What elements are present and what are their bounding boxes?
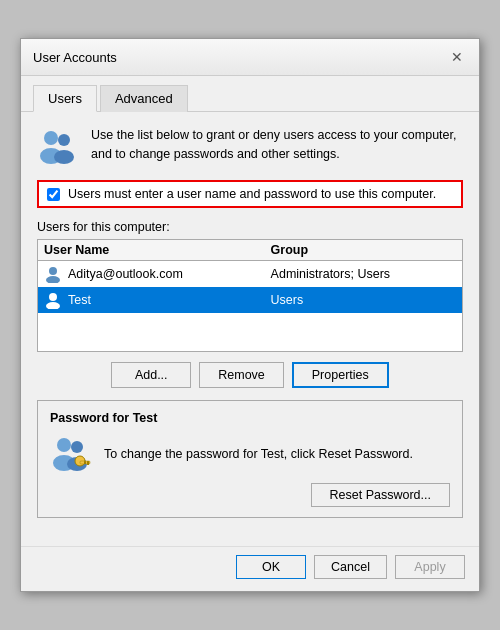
tab-advanced[interactable]: Advanced [100, 85, 188, 112]
table-body: Aditya@outlook.com Administrators; Users… [38, 261, 462, 351]
svg-point-7 [46, 302, 60, 309]
svg-point-8 [57, 438, 71, 452]
remove-button[interactable]: Remove [199, 362, 284, 388]
info-text: Use the list below to grant or deny user… [91, 126, 463, 164]
svg-point-6 [49, 293, 57, 301]
reset-password-button[interactable]: Reset Password... [311, 483, 450, 507]
user-name-1: Aditya@outlook.com [68, 267, 271, 281]
title-bar: User Accounts ✕ [21, 39, 479, 76]
user-row-icon [44, 265, 62, 283]
tab-bar: Users Advanced [21, 76, 479, 112]
must-login-label: Users must enter a user name and passwor… [68, 187, 436, 201]
info-section: Use the list below to grant or deny user… [37, 126, 463, 168]
password-section-title: Password for Test [50, 411, 450, 425]
svg-point-10 [71, 441, 83, 453]
user-group-2: Users [271, 293, 456, 307]
reset-btn-wrap: Reset Password... [50, 483, 450, 507]
svg-point-2 [58, 134, 70, 146]
users-icon [37, 126, 79, 168]
col-header-group: Group [271, 243, 456, 257]
user-row-icon-selected [44, 291, 62, 309]
must-login-checkbox[interactable] [47, 188, 60, 201]
table-row[interactable]: Test Users [38, 287, 462, 313]
dialog-content: Use the list below to grant or deny user… [21, 112, 479, 546]
password-inner: To change the password for Test, click R… [50, 433, 450, 475]
cancel-button[interactable]: Cancel [314, 555, 387, 579]
must-login-checkbox-section[interactable]: Users must enter a user name and passwor… [37, 180, 463, 208]
add-button[interactable]: Add... [111, 362, 191, 388]
users-section-label: Users for this computer: [37, 220, 463, 234]
dialog-footer: OK Cancel Apply [21, 546, 479, 591]
svg-point-4 [49, 267, 57, 275]
tab-users[interactable]: Users [33, 85, 97, 112]
window-title: User Accounts [33, 50, 117, 65]
close-button[interactable]: ✕ [447, 47, 467, 67]
table-header: User Name Group [38, 240, 462, 261]
password-section: Password for Test To change the password… [37, 400, 463, 518]
svg-rect-15 [84, 461, 86, 464]
apply-button[interactable]: Apply [395, 555, 465, 579]
table-row[interactable]: Aditya@outlook.com Administrators; Users [38, 261, 462, 287]
users-table: User Name Group Aditya@outlook.com Admin… [37, 239, 463, 352]
col-header-username: User Name [44, 243, 271, 257]
ok-button[interactable]: OK [236, 555, 306, 579]
action-buttons: Add... Remove Properties [37, 362, 463, 388]
svg-point-0 [44, 131, 58, 145]
svg-rect-14 [87, 461, 89, 465]
svg-point-3 [54, 150, 74, 164]
password-text: To change the password for Test, click R… [104, 447, 450, 461]
svg-point-5 [46, 276, 60, 283]
properties-button[interactable]: Properties [292, 362, 389, 388]
user-accounts-dialog: User Accounts ✕ Users Advanced Use the l… [20, 38, 480, 592]
user-name-2: Test [68, 293, 271, 307]
password-icon [50, 433, 92, 475]
user-group-1: Administrators; Users [271, 267, 456, 281]
